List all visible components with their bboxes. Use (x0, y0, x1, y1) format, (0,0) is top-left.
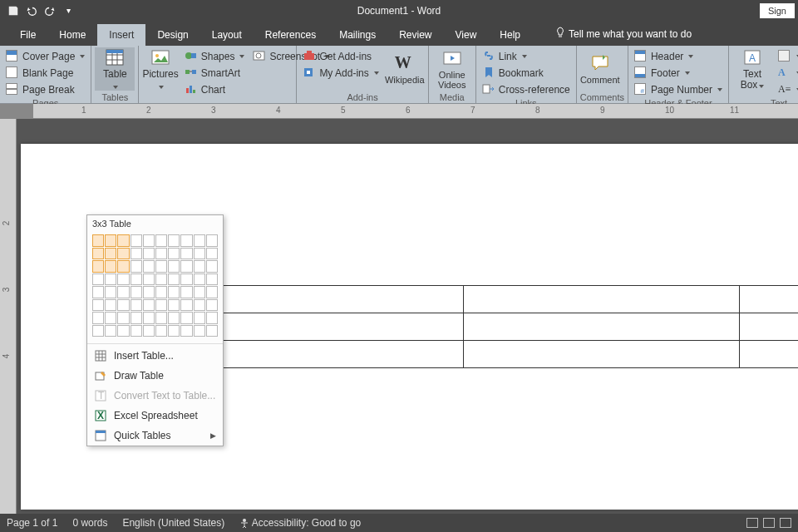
grid-cell[interactable] (92, 299, 104, 312)
horizontal-ruler[interactable]: document.write([1,2,3,4,5,6,7,8,9,10,11]… (33, 104, 798, 119)
grid-cell[interactable] (194, 312, 205, 324)
chart-button[interactable]: Chart (182, 82, 248, 97)
grid-cell[interactable] (168, 299, 180, 312)
wordart-button[interactable]: A (776, 66, 798, 81)
grid-cell[interactable] (180, 325, 192, 337)
grid-cell[interactable] (155, 286, 167, 298)
grid-cell[interactable] (131, 286, 142, 298)
print-layout-icon[interactable] (763, 518, 775, 528)
grid-cell[interactable] (155, 248, 167, 260)
grid-cell[interactable] (131, 260, 142, 273)
grid-cell[interactable] (131, 248, 142, 260)
grid-cell[interactable] (194, 248, 205, 260)
grid-cell[interactable] (194, 325, 205, 337)
grid-cell[interactable] (180, 286, 192, 298)
grid-cell[interactable] (117, 234, 129, 247)
page-break-button[interactable]: Page Break (3, 82, 87, 97)
grid-cell[interactable] (117, 248, 129, 260)
grid-cell[interactable] (180, 248, 192, 260)
grid-cell[interactable] (92, 234, 104, 247)
quick-parts-button[interactable] (776, 49, 798, 64)
grid-cell[interactable] (105, 325, 116, 337)
grid-cell[interactable] (206, 299, 218, 312)
grid-cell[interactable] (131, 312, 142, 324)
text-box-button[interactable]: A Text Box (732, 47, 772, 91)
header-button[interactable]: Header (632, 49, 725, 64)
excel-spreadsheet-menu-item[interactable]: XExcel Spreadsheet (87, 406, 223, 426)
grid-cell[interactable] (155, 260, 167, 273)
grid-cell[interactable] (117, 325, 129, 337)
grid-cell[interactable] (155, 325, 167, 337)
grid-cell[interactable] (117, 260, 129, 273)
page-number-button[interactable]: #Page Number (632, 82, 725, 97)
my-addins-button[interactable]: My Add-ins (300, 66, 381, 81)
insert-table-menu-item[interactable]: Insert Table... (87, 346, 223, 366)
tab-insert[interactable]: Insert (97, 24, 145, 46)
grid-cell[interactable] (180, 299, 192, 312)
blank-page-button[interactable]: Blank Page (3, 66, 87, 81)
grid-cell[interactable] (143, 325, 155, 337)
grid-cell[interactable] (117, 312, 129, 324)
grid-cell[interactable] (131, 273, 142, 286)
tab-file[interactable]: File (8, 24, 47, 46)
customize-qat-icon[interactable]: ▾ (62, 4, 75, 17)
grid-cell[interactable] (105, 273, 116, 286)
grid-cell[interactable] (143, 234, 155, 247)
grid-cell[interactable] (143, 248, 155, 260)
footer-button[interactable]: Footer (632, 66, 725, 81)
grid-cell[interactable] (143, 273, 155, 286)
tab-mailings[interactable]: Mailings (328, 24, 387, 46)
grid-cell[interactable] (180, 273, 192, 286)
grid-cell[interactable] (194, 299, 205, 312)
table-grid-picker[interactable] (87, 232, 223, 342)
grid-cell[interactable] (92, 312, 104, 324)
quick-tables-menu-item[interactable]: Quick Tables▶ (87, 426, 223, 446)
grid-cell[interactable] (168, 286, 180, 298)
status-language[interactable]: English (United States) (122, 517, 224, 529)
grid-cell[interactable] (206, 260, 218, 273)
grid-cell[interactable] (92, 286, 104, 298)
status-words[interactable]: 0 words (72, 517, 107, 529)
tell-me-search[interactable]: Tell me what you want to do (549, 22, 698, 46)
grid-cell[interactable] (206, 248, 218, 260)
redo-icon[interactable] (43, 4, 57, 17)
grid-cell[interactable] (206, 312, 218, 324)
grid-cell[interactable] (143, 286, 155, 298)
grid-cell[interactable] (194, 260, 205, 273)
grid-cell[interactable] (155, 273, 167, 286)
tab-references[interactable]: References (254, 24, 328, 46)
grid-cell[interactable] (131, 234, 142, 247)
grid-cell[interactable] (194, 273, 205, 286)
vertical-ruler[interactable]: 2 3 4 (0, 119, 17, 514)
grid-cell[interactable] (206, 286, 218, 298)
status-page[interactable]: Page 1 of 1 (7, 517, 57, 529)
grid-cell[interactable] (92, 325, 104, 337)
tab-home[interactable]: Home (47, 24, 97, 46)
table-button[interactable]: Table (95, 47, 135, 91)
grid-cell[interactable] (155, 299, 167, 312)
grid-cell[interactable] (92, 273, 104, 286)
grid-cell[interactable] (143, 299, 155, 312)
grid-cell[interactable] (168, 312, 180, 324)
cover-page-button[interactable]: Cover Page (3, 49, 87, 64)
grid-cell[interactable] (92, 248, 104, 260)
wikipedia-button[interactable]: W Wikipedia (385, 47, 425, 91)
grid-cell[interactable] (168, 273, 180, 286)
status-accessibility[interactable]: Accessibility: Good to go (239, 517, 361, 529)
online-videos-button[interactable]: Online Videos (432, 47, 472, 91)
tab-help[interactable]: Help (488, 24, 532, 46)
grid-cell[interactable] (155, 234, 167, 247)
grid-cell[interactable] (105, 286, 116, 298)
grid-cell[interactable] (206, 273, 218, 286)
comment-button[interactable]: Comment (580, 47, 620, 91)
pictures-button[interactable]: Pictures (142, 47, 178, 91)
grid-cell[interactable] (105, 299, 116, 312)
undo-icon[interactable] (25, 4, 38, 17)
grid-cell[interactable] (168, 234, 180, 247)
grid-cell[interactable] (180, 234, 192, 247)
grid-cell[interactable] (105, 234, 116, 247)
grid-cell[interactable] (155, 312, 167, 324)
grid-cell[interactable] (117, 299, 129, 312)
grid-cell[interactable] (117, 273, 129, 286)
grid-cell[interactable] (131, 299, 142, 312)
